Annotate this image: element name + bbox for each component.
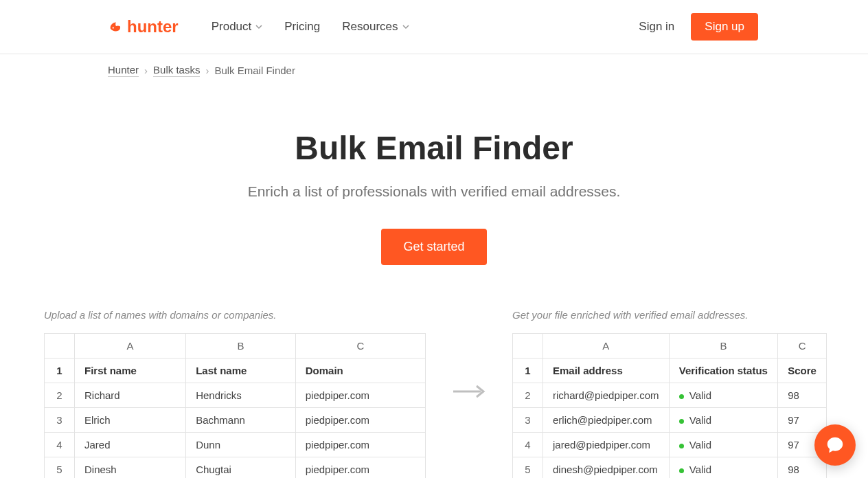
cell: Bachmann xyxy=(186,408,296,433)
header-cell: Domain xyxy=(295,358,425,383)
page-title: Bulk Email Finder xyxy=(0,129,868,167)
table-row: 4 Jared Dunn piedpiper.com xyxy=(45,433,426,457)
arrow-column xyxy=(439,309,499,398)
nav-product[interactable]: Product xyxy=(212,20,263,34)
table-row: 3 Elrich Bachmann piedpiper.com xyxy=(45,408,426,433)
table-header-row: 1 First name Last name Domain xyxy=(45,358,426,383)
nav-pricing[interactable]: Pricing xyxy=(284,20,320,34)
table-row: 5 Dinesh Chugtai piedpiper.com xyxy=(45,457,426,479)
input-table-column: Upload a list of names with domains or c… xyxy=(44,309,426,478)
cell: Richard xyxy=(75,383,186,408)
cell: richard@piedpiper.com xyxy=(543,383,670,408)
row-number: 2 xyxy=(513,383,543,408)
cell-status: Valid xyxy=(669,383,777,408)
row-number: 2 xyxy=(45,383,75,408)
logo[interactable]: hunter xyxy=(108,17,179,36)
signup-button[interactable]: Sign up xyxy=(691,13,758,41)
nav-resources-label: Resources xyxy=(342,20,398,34)
row-number: 5 xyxy=(45,457,75,479)
col-header: C xyxy=(778,334,827,358)
input-caption: Upload a list of names with domains or c… xyxy=(44,309,426,321)
cell: Elrich xyxy=(75,408,186,433)
cell: erlich@piedpiper.com xyxy=(543,408,670,433)
header-cell: Email address xyxy=(543,358,670,383)
cell-status: Valid xyxy=(669,433,777,457)
table-corner xyxy=(45,334,75,358)
cell: 98 xyxy=(778,457,827,479)
row-number: 3 xyxy=(513,408,543,433)
nav-resources[interactable]: Resources xyxy=(342,20,409,34)
header-cell: Score xyxy=(778,358,827,383)
status-dot-icon xyxy=(679,419,684,424)
signin-link[interactable]: Sign in xyxy=(639,20,674,34)
cell: dinesh@piedpiper.com xyxy=(543,457,670,479)
table-row: 2 Richard Hendricks piedpiper.com xyxy=(45,383,426,408)
breadcrumb-separator: › xyxy=(144,65,148,76)
row-number: 3 xyxy=(45,408,75,433)
cell: 98 xyxy=(778,383,827,408)
header-cell: First name xyxy=(75,358,186,383)
table-corner xyxy=(513,334,543,358)
breadcrumb-bulk-tasks[interactable]: Bulk tasks xyxy=(153,64,200,77)
table-row: 3 erlich@piedpiper.com Valid 97 xyxy=(513,408,827,433)
status-text: Valid xyxy=(689,414,711,426)
top-nav: hunter Product Pricing Resources Sign in… xyxy=(0,0,868,54)
cell: jared@piedpiper.com xyxy=(543,433,670,457)
output-caption: Get your file enriched with verified ema… xyxy=(512,309,827,321)
chat-icon xyxy=(825,435,845,455)
col-header: B xyxy=(669,334,777,358)
row-number: 4 xyxy=(513,433,543,457)
cell: Hendricks xyxy=(186,383,296,408)
chat-launcher[interactable] xyxy=(814,424,856,466)
row-number: 1 xyxy=(513,358,543,383)
input-table: A B C 1 First name Last name Domain 2 Ri… xyxy=(44,333,426,478)
cell-status: Valid xyxy=(669,457,777,479)
cell: Dinesh xyxy=(75,457,186,479)
col-header: B xyxy=(186,334,296,358)
hunter-logo-icon xyxy=(108,19,123,34)
output-table: A B C 1 Email address Verification statu… xyxy=(512,333,827,478)
page-subtitle: Enrich a list of professionals with veri… xyxy=(0,183,868,200)
chevron-down-icon xyxy=(402,23,409,30)
nav-product-label: Product xyxy=(212,20,252,34)
primary-nav: Product Pricing Resources xyxy=(212,20,409,34)
cell-status: Valid xyxy=(669,408,777,433)
arrow-right-icon xyxy=(452,385,486,398)
col-header: A xyxy=(75,334,186,358)
status-text: Valid xyxy=(689,439,711,451)
status-dot-icon xyxy=(679,394,684,399)
cell: piedpiper.com xyxy=(295,457,425,479)
tables-section: Upload a list of names with domains or c… xyxy=(0,265,868,478)
output-table-column: Get your file enriched with verified ema… xyxy=(512,309,827,478)
row-number: 1 xyxy=(45,358,75,383)
cell: piedpiper.com xyxy=(295,408,425,433)
logo-text: hunter xyxy=(127,17,179,36)
table-row: 4 jared@piedpiper.com Valid 97 xyxy=(513,433,827,457)
table-row: 5 dinesh@piedpiper.com Valid 98 xyxy=(513,457,827,479)
row-number: 4 xyxy=(45,433,75,457)
chevron-down-icon xyxy=(255,23,262,30)
cell: piedpiper.com xyxy=(295,383,425,408)
auth-controls: Sign in Sign up xyxy=(639,13,758,41)
hero: Bulk Email Finder Enrich a list of profe… xyxy=(0,77,868,265)
cell: 97 xyxy=(778,408,827,433)
status-dot-icon xyxy=(679,468,684,473)
table-row: 2 richard@piedpiper.com Valid 98 xyxy=(513,383,827,408)
col-header: A xyxy=(543,334,670,358)
status-text: Valid xyxy=(689,464,711,475)
header-cell: Last name xyxy=(186,358,296,383)
row-number: 5 xyxy=(513,457,543,479)
breadcrumb-separator: › xyxy=(205,65,209,76)
cell: Chugtai xyxy=(186,457,296,479)
cell: piedpiper.com xyxy=(295,433,425,457)
breadcrumb-current: Bulk Email Finder xyxy=(214,65,295,76)
cell: Jared xyxy=(75,433,186,457)
status-dot-icon xyxy=(679,444,684,448)
cell: Dunn xyxy=(186,433,296,457)
table-header-row: 1 Email address Verification status Scor… xyxy=(513,358,827,383)
col-header: C xyxy=(295,334,425,358)
header-cell: Verification status xyxy=(669,358,777,383)
breadcrumb-hunter[interactable]: Hunter xyxy=(108,64,139,77)
breadcrumb: Hunter › Bulk tasks › Bulk Email Finder xyxy=(0,54,868,77)
get-started-button[interactable]: Get started xyxy=(381,229,486,265)
